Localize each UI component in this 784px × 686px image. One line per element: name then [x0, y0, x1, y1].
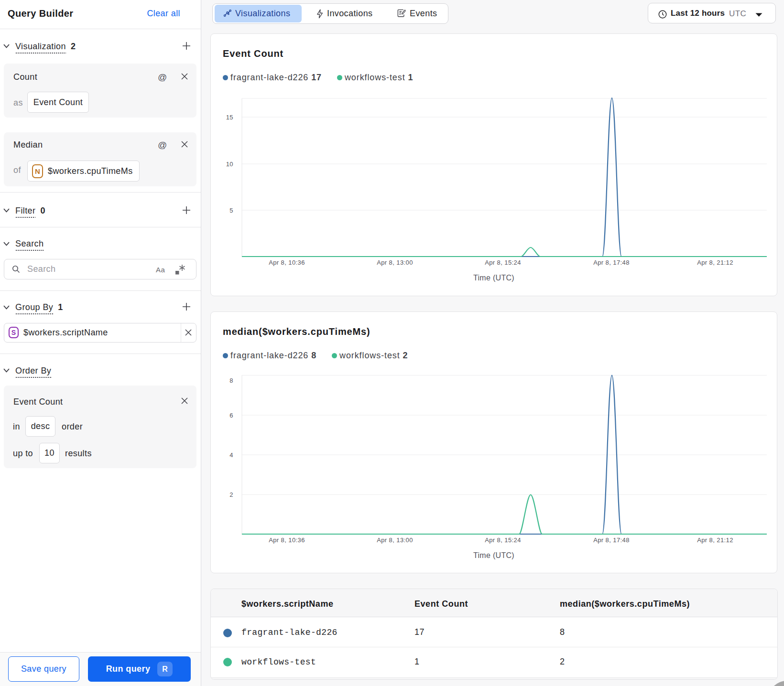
svg-text:5: 5	[229, 207, 233, 214]
svg-text:2: 2	[229, 491, 233, 498]
svg-text:Apr 8, 10:36: Apr 8, 10:36	[269, 259, 305, 266]
svg-text:Apr 8, 21:12: Apr 8, 21:12	[697, 536, 733, 544]
svg-text:10: 10	[226, 161, 233, 168]
svg-text:6: 6	[229, 412, 233, 419]
svg-text:Apr 8, 13:00: Apr 8, 13:00	[377, 536, 413, 544]
svg-text:Apr 8, 10:36: Apr 8, 10:36	[269, 536, 305, 544]
svg-text:Apr 8, 15:24: Apr 8, 15:24	[485, 536, 521, 544]
svg-text:Apr 8, 17:48: Apr 8, 17:48	[593, 259, 630, 266]
svg-text:Apr 8, 17:48: Apr 8, 17:48	[593, 536, 630, 544]
svg-text:Apr 8, 21:12: Apr 8, 21:12	[697, 259, 733, 266]
svg-text:Time (UTC): Time (UTC)	[473, 551, 514, 559]
svg-text:4: 4	[229, 451, 233, 459]
svg-text:Apr 8, 15:24: Apr 8, 15:24	[485, 259, 521, 266]
svg-text:Time (UTC): Time (UTC)	[473, 274, 514, 282]
svg-text:15: 15	[226, 114, 233, 121]
svg-text:Apr 8, 13:00: Apr 8, 13:00	[377, 259, 413, 266]
svg-text:8: 8	[229, 377, 233, 384]
